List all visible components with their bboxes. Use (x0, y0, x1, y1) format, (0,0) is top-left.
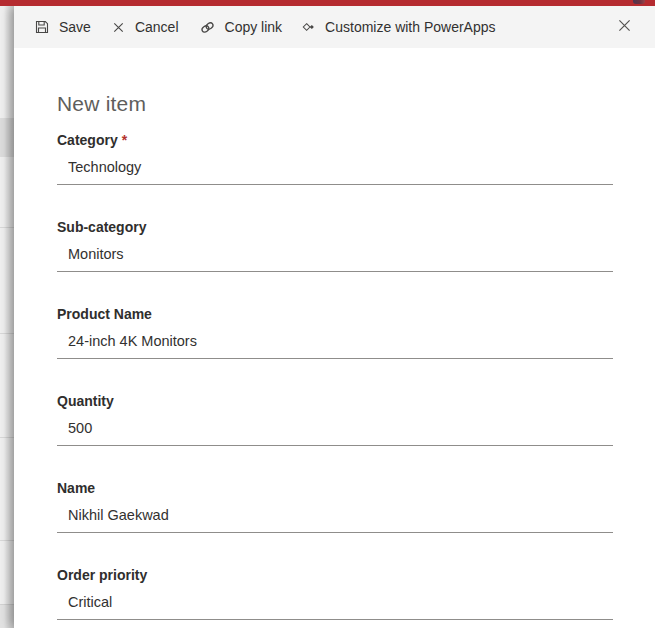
field-label: Quantity (57, 392, 613, 411)
field-label: Category* (57, 131, 613, 150)
powerapps-icon (302, 20, 316, 34)
close-icon (616, 17, 633, 37)
required-asterisk: * (122, 132, 127, 148)
cancel-button-label: Cancel (135, 19, 179, 35)
save-icon (34, 19, 50, 35)
panel-shadow (4, 6, 14, 628)
order-priority-input[interactable] (57, 589, 613, 620)
suite-bar (0, 0, 655, 6)
customize-powerapps-label: Customize with PowerApps (325, 19, 495, 35)
name-input[interactable] (57, 502, 613, 533)
command-bar: Save Cancel Copy link (14, 6, 655, 48)
page-title: New item (57, 90, 613, 118)
close-panel-button[interactable] (612, 13, 637, 41)
field-name: Name (57, 479, 613, 533)
field-quantity: Quantity (57, 392, 613, 446)
form-body: New item Category* Sub-category Product … (14, 48, 655, 628)
category-input[interactable] (57, 154, 613, 185)
background-page-strip (0, 6, 14, 628)
field-sub-category: Sub-category (57, 218, 613, 272)
field-label: Sub-category (57, 218, 613, 237)
edit-item-panel: Save Cancel Copy link (14, 6, 655, 628)
field-label: Order priority (57, 566, 613, 585)
copy-link-button-label: Copy link (225, 19, 283, 35)
customize-powerapps-button[interactable]: Customize with PowerApps (292, 6, 505, 48)
link-icon (199, 19, 216, 36)
avatar[interactable] (633, 0, 645, 4)
field-label: Name (57, 479, 613, 498)
field-category: Category* (57, 131, 613, 185)
copy-link-button[interactable]: Copy link (189, 6, 293, 48)
field-product-name: Product Name (57, 305, 613, 359)
quantity-input[interactable] (57, 415, 613, 446)
save-button-label: Save (59, 19, 91, 35)
save-button[interactable]: Save (24, 6, 101, 48)
sub-category-input[interactable] (57, 241, 613, 272)
product-name-input[interactable] (57, 328, 613, 359)
field-order-priority: Order priority (57, 566, 613, 620)
cancel-button[interactable]: Cancel (101, 6, 189, 48)
field-label: Product Name (57, 305, 613, 324)
cancel-icon (111, 20, 126, 35)
